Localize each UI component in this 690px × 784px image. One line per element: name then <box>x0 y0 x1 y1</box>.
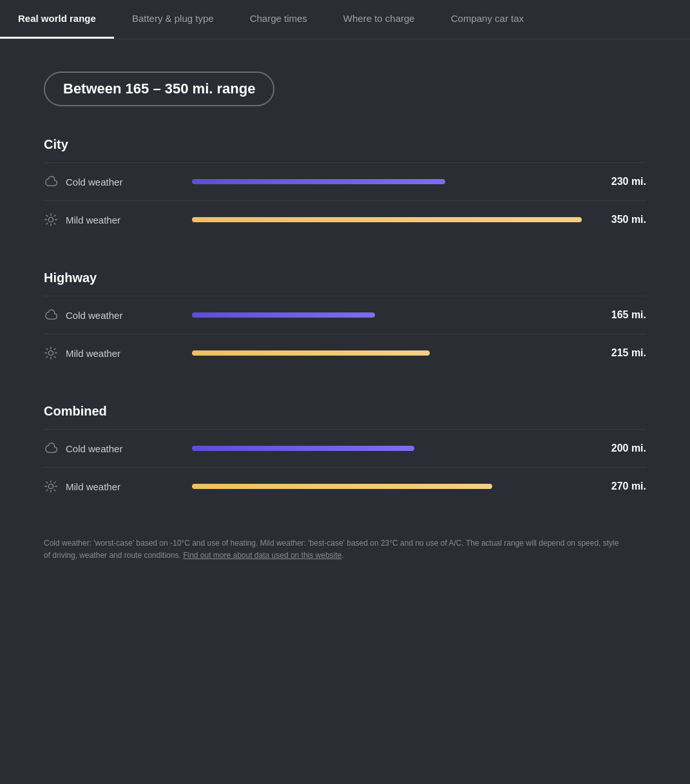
range-value-combined-mild: 270 mi. <box>595 481 646 492</box>
tab-charge-times[interactable]: Charge times <box>232 0 325 39</box>
cold-cloud-icon <box>44 441 58 455</box>
svg-point-18 <box>48 484 53 488</box>
svg-line-7 <box>46 223 48 224</box>
section-highway: Highway Cold weather165 mi. Mild weather… <box>44 271 646 372</box>
footer-link[interactable]: Find out more about data used on this we… <box>183 551 341 560</box>
cold-cloud-icon <box>44 308 58 322</box>
svg-line-17 <box>54 349 55 350</box>
tab-real-world-range[interactable]: Real world range <box>0 0 114 39</box>
range-row-combined-cold: Cold weather200 mi. <box>44 429 646 467</box>
range-row-highway-mild: Mild weather215 mi. <box>44 334 646 372</box>
svg-point-0 <box>48 217 53 222</box>
svg-point-9 <box>48 350 53 355</box>
bar-container-city-mild <box>192 216 582 223</box>
tab-navigation: Real world rangeBattery & plug typeCharg… <box>0 0 690 39</box>
bar-highway-mild <box>192 350 430 356</box>
main-content: Between 165 – 350 mi. range City Cold we… <box>0 39 690 600</box>
bar-highway-cold <box>192 312 375 318</box>
weather-label-combined-mild: Mild weather <box>44 479 179 493</box>
range-value-highway-cold: 165 mi. <box>595 309 646 321</box>
footer-suffix: . <box>341 551 343 560</box>
tab-battery-plug-type[interactable]: Battery & plug type <box>114 0 232 39</box>
bar-container-highway-cold <box>192 312 582 318</box>
section-title-highway: Highway <box>44 271 646 285</box>
section-combined: Combined Cold weather200 mi. Mild weathe… <box>44 404 646 505</box>
weather-label-text: Mild weather <box>66 481 120 492</box>
svg-line-12 <box>46 349 48 350</box>
weather-label-text: Mild weather <box>66 215 120 225</box>
bar-container-combined-mild <box>192 483 582 490</box>
range-row-combined-mild: Mild weather270 mi. <box>44 467 646 505</box>
weather-label-text: Cold weather <box>66 443 122 454</box>
footer-note: Cold weather: 'worst-case' based on -10°… <box>44 537 624 562</box>
svg-line-4 <box>54 223 55 224</box>
bar-combined-cold <box>192 446 414 451</box>
mild-sun-icon <box>44 213 58 227</box>
section-title-combined: Combined <box>44 404 646 419</box>
tab-company-car-tax[interactable]: Company car tax <box>433 0 542 39</box>
svg-line-16 <box>46 356 48 358</box>
range-value-highway-mild: 215 mi. <box>595 347 646 359</box>
range-value-city-mild: 350 mi. <box>595 214 646 225</box>
bar-city-cold <box>192 179 445 184</box>
range-value-combined-cold: 200 mi. <box>595 443 646 454</box>
bar-container-city-cold <box>192 178 582 185</box>
weather-label-city-mild: Mild weather <box>44 213 179 227</box>
sections-container: City Cold weather230 mi. Mild weather350… <box>44 137 646 505</box>
svg-line-21 <box>46 482 48 483</box>
weather-label-text: Mild weather <box>66 348 120 359</box>
weather-label-combined-cold: Cold weather <box>44 441 179 455</box>
bar-container-combined-cold <box>192 445 582 452</box>
svg-line-22 <box>54 490 55 491</box>
svg-line-3 <box>46 215 48 216</box>
weather-label-highway-cold: Cold weather <box>44 308 179 322</box>
weather-label-city-cold: Cold weather <box>44 175 179 189</box>
bar-container-highway-mild <box>192 350 582 356</box>
svg-line-25 <box>46 490 48 491</box>
weather-label-text: Cold weather <box>66 177 122 187</box>
bar-city-mild <box>192 217 582 222</box>
range-row-city-cold: Cold weather230 mi. <box>44 162 646 200</box>
section-city: City Cold weather230 mi. Mild weather350… <box>44 137 646 238</box>
weather-label-highway-mild: Mild weather <box>44 346 179 360</box>
tab-where-to-charge[interactable]: Where to charge <box>325 0 433 39</box>
section-title-city: City <box>44 137 646 152</box>
weather-label-text: Cold weather <box>66 310 122 321</box>
range-value-city-cold: 230 mi. <box>595 176 646 187</box>
cold-cloud-icon <box>44 175 58 189</box>
mild-sun-icon <box>44 479 58 493</box>
range-row-city-mild: Mild weather350 mi. <box>44 200 646 238</box>
range-badge: Between 165 – 350 mi. range <box>44 72 274 106</box>
bar-combined-mild <box>192 484 492 489</box>
svg-line-26 <box>54 482 55 483</box>
range-row-highway-cold: Cold weather165 mi. <box>44 296 646 334</box>
svg-line-13 <box>54 356 55 358</box>
svg-line-8 <box>54 215 55 216</box>
mild-sun-icon <box>44 346 58 360</box>
